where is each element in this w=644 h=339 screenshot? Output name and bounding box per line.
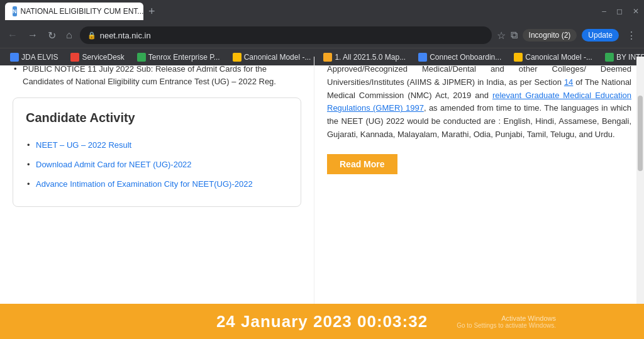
- candidate-activity-box: Candidate Activity NEET – UG – 2022 Resu…: [13, 97, 301, 207]
- activity-item-advance-intimation[interactable]: Advance Intimation of Examination City f…: [26, 174, 288, 194]
- page-content: PUBLIC NOTICE 11 July 2022 Sub: Release …: [0, 57, 644, 339]
- lock-icon: 🔒: [87, 31, 96, 40]
- forward-button[interactable]: →: [25, 27, 40, 43]
- minimize-button[interactable]: –: [602, 7, 606, 16]
- back-button[interactable]: ←: [5, 27, 20, 43]
- new-tab-button[interactable]: +: [148, 5, 155, 18]
- restore-button[interactable]: ◻: [616, 7, 623, 16]
- activate-windows-notice: Activate Windows Go to Settings to activ…: [457, 314, 556, 329]
- incognito-indicator: Incognito (2): [523, 29, 577, 42]
- browser-chrome: N NATIONAL ELIGIBILITY CUM ENT... ✕ + – …: [0, 0, 644, 57]
- tab-title: NATIONAL ELIGIBILITY CUM ENT...: [21, 7, 144, 16]
- notice-text: PUBLIC NOTICE 11 July 2022 Sub: Release …: [23, 64, 276, 86]
- address-bar[interactable]: 🔒 neet.nta.nic.in: [80, 26, 492, 44]
- activity-item-result[interactable]: NEET – UG – 2022 Result: [26, 135, 288, 155]
- home-button[interactable]: ⌂: [64, 27, 75, 43]
- activity-link-advance: Advance Intimation of Examination City f…: [36, 179, 253, 189]
- activate-windows-subtitle: Go to Settings to activate Windows.: [457, 322, 556, 329]
- body-text-partial: Approved/Recognized Medical/Dental and o…: [327, 64, 631, 139]
- active-tab[interactable]: N NATIONAL ELIGIBILITY CUM ENT... ✕: [5, 3, 143, 20]
- activity-link-admit-card: Download Admit Card for NEET (UG)-2022: [36, 160, 192, 169]
- reload-button[interactable]: ↻: [45, 27, 58, 44]
- right-panel: Approved/Recognized Medical/Dental and o…: [314, 57, 644, 339]
- page-scrollbar[interactable]: [636, 57, 644, 339]
- candidate-activity-title: Candidate Activity: [26, 111, 288, 125]
- update-button[interactable]: Update: [582, 29, 619, 42]
- bookmark-star-icon[interactable]: ☆: [497, 30, 506, 42]
- title-bar: N NATIONAL ELIGIBILITY CUM ENT... ✕ + – …: [0, 0, 644, 23]
- update-label: Update: [588, 31, 613, 40]
- left-panel: PUBLIC NOTICE 11 July 2022 Sub: Release …: [0, 57, 314, 339]
- window-controls: – ◻ ✕: [602, 7, 639, 16]
- url-text: neet.nta.nic.in: [100, 31, 151, 40]
- body-paragraph: Approved/Recognized Medical/Dental and o…: [327, 63, 631, 142]
- activity-item-admit-card[interactable]: Download Admit Card for NEET (UG)-2022: [26, 155, 288, 174]
- menu-button[interactable]: ⋮: [624, 27, 639, 44]
- read-more-button[interactable]: Read More: [327, 154, 397, 174]
- close-button[interactable]: ✕: [633, 7, 639, 16]
- footer-datetime: 24 January 2023 00:03:32: [216, 312, 428, 331]
- incognito-label: Incognito (2): [529, 31, 571, 40]
- tab-favicon: N: [13, 6, 17, 16]
- activate-windows-title: Activate Windows: [457, 314, 556, 322]
- notice-item: PUBLIC NOTICE 11 July 2022 Sub: Release …: [13, 63, 301, 87]
- activity-link-result: NEET – UG – 2022 Result: [36, 140, 131, 150]
- split-screen-icon[interactable]: ⧉: [511, 30, 518, 41]
- scrollbar-thumb[interactable]: [638, 96, 643, 171]
- footer-bar: 24 January 2023 00:03:32 Activate Window…: [0, 304, 644, 339]
- address-bar-row: ← → ↻ ⌂ 🔒 neet.nta.nic.in ☆ ⧉ Incognito …: [0, 23, 644, 48]
